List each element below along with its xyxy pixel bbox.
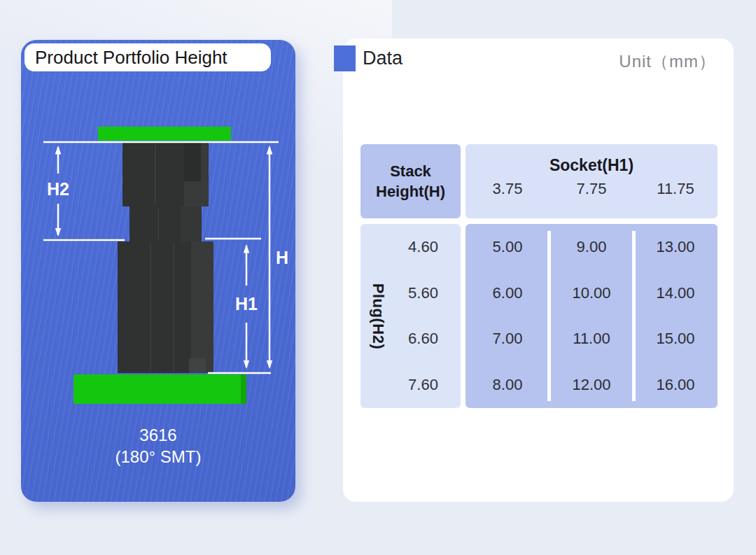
product-height-panel: Product Portfolio Height [21,40,295,502]
table-body-row: Plug(H2) 4.60 5.60 6.60 7.60 5.00 6.00 7… [360,224,718,408]
data-accent-square-icon [334,45,356,71]
page: Product Portfolio Height [0,0,756,555]
h2-label: H2 [47,179,69,199]
plug-column: Plug(H2) 4.60 5.60 6.60 7.60 [360,224,461,408]
stack-height-header: Stack Height(H) [360,144,461,218]
data-card: Data Unit（mm） Stack Height(H) Socket(H1)… [343,38,734,502]
h-label: H [276,248,288,267]
card-title: Data [363,48,402,69]
grid-divider-1 [547,231,551,401]
socket-header-values: 3.75 7.75 11.75 [465,180,718,198]
socket-header-title: Socket(H1) [465,156,718,175]
table-header-row: Stack Height(H) Socket(H1) 3.75 7.75 11.… [360,144,718,218]
socket-header: Socket(H1) 3.75 7.75 11.75 [465,144,718,218]
pcb-top [98,127,231,141]
socket-connector [118,241,214,373]
pcb-bottom [74,374,246,404]
model-number: 3616 [21,424,295,446]
grid-column-2: 9.00 10.00 11.00 12.00 [550,224,634,408]
plug-connector [122,142,209,241]
h1-label: H1 [235,294,258,314]
grid-column-1: 5.00 6.00 7.00 8.00 [465,224,550,408]
plug-values: 4.60 5.60 6.60 7.60 [390,224,456,408]
model-caption: 3616 (180° SMT) [21,424,295,468]
grid-divider-2 [632,231,636,401]
panel-title: Product Portfolio Height [24,43,271,71]
stack-height-grid: 5.00 6.00 7.00 8.00 9.00 10.00 11.00 12.… [465,224,718,408]
unit-label: Unit（mm） [619,50,716,73]
connector-dimension-diagram: H2 H1 H [21,112,295,413]
stack-height-table: Stack Height(H) Socket(H1) 3.75 7.75 11.… [360,144,718,408]
grid-column-3: 13.00 14.00 15.00 16.00 [634,224,718,408]
model-orientation: (180° SMT) [21,446,295,468]
plug-column-label: Plug(H2) [369,283,387,349]
